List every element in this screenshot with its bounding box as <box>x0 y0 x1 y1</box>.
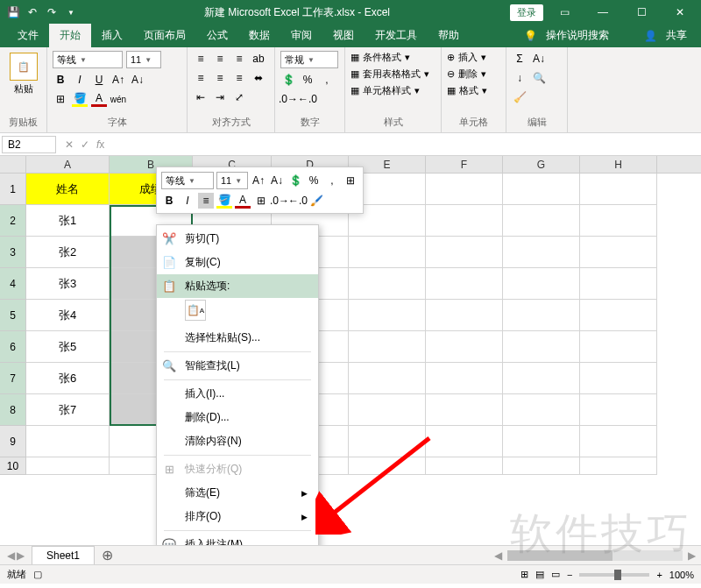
cell[interactable]: 张6 <box>26 363 110 394</box>
cell[interactable] <box>503 237 580 268</box>
col-header-a[interactable]: A <box>26 156 110 173</box>
cell[interactable] <box>426 426 503 457</box>
align-left-icon[interactable]: ≡ <box>193 70 209 86</box>
row-header[interactable]: 10 <box>0 457 26 475</box>
hscroll-right-icon[interactable]: ▶ <box>683 549 701 562</box>
tell-me[interactable]: 操作说明搜索 <box>546 28 609 43</box>
share-button[interactable]: 共享 <box>666 28 687 43</box>
sort-filter-icon[interactable]: A↓ <box>531 51 547 67</box>
cell[interactable] <box>349 331 426 363</box>
font-color-button[interactable]: A <box>91 91 107 107</box>
zoom-level[interactable]: 100% <box>669 570 694 580</box>
row-header[interactable]: 6 <box>0 331 26 363</box>
border-button[interactable]: ⊞ <box>53 91 68 107</box>
find-icon[interactable]: 🔍 <box>531 70 547 86</box>
cell[interactable]: 姓名 <box>26 174 110 205</box>
cell[interactable] <box>580 394 657 426</box>
mini-fill-color-icon[interactable]: 🪣 <box>216 193 232 209</box>
cell[interactable] <box>26 426 110 457</box>
view-page-break-icon[interactable]: ▭ <box>551 569 560 580</box>
align-top-icon[interactable]: ≡ <box>193 51 209 67</box>
cell[interactable] <box>349 300 426 331</box>
zoom-in-icon[interactable]: + <box>656 570 662 580</box>
ribbon-options-icon[interactable]: ▭ <box>547 0 582 25</box>
comma-icon[interactable]: , <box>319 72 335 88</box>
menu-sort[interactable]: 排序(O)▶ <box>157 505 318 528</box>
mini-format-painter-icon[interactable]: 🖌️ <box>308 193 324 209</box>
paste-button[interactable]: 📋 粘贴 <box>5 51 41 97</box>
menu-copy[interactable]: 📄复制(C) <box>157 251 318 274</box>
merge-icon[interactable]: ⬌ <box>251 70 266 86</box>
cell[interactable] <box>580 331 657 363</box>
cell[interactable] <box>349 457 426 475</box>
cell[interactable] <box>580 457 657 475</box>
cell[interactable] <box>503 268 580 300</box>
col-header-g[interactable]: G <box>503 156 580 173</box>
percent-icon[interactable]: % <box>300 72 315 88</box>
sheet-prev-icon[interactable]: ◀ <box>7 549 15 562</box>
tab-layout[interactable]: 页面布局 <box>133 24 196 47</box>
paste-keep-source-icon[interactable]: 📋A <box>185 300 206 321</box>
cell[interactable] <box>349 426 426 457</box>
mini-bold-button[interactable]: B <box>161 193 177 209</box>
macro-record-icon[interactable]: ▢ <box>33 569 42 580</box>
qat-more-icon[interactable]: ▼ <box>65 6 77 18</box>
cell[interactable] <box>349 394 426 426</box>
cell[interactable] <box>580 205 657 237</box>
menu-paste-special[interactable]: 选择性粘贴(S)... <box>157 326 318 350</box>
cell[interactable]: 张2 <box>26 237 110 268</box>
mini-increase-font-icon[interactable]: A↑ <box>251 173 266 188</box>
align-center-icon[interactable]: ≡ <box>212 70 228 86</box>
insert-cells-button[interactable]: ⊕ 插入 ▾ <box>447 51 500 64</box>
col-header-f[interactable]: F <box>426 156 503 173</box>
cell[interactable] <box>580 268 657 300</box>
horizontal-scrollbar[interactable] <box>507 550 683 561</box>
mini-italic-button[interactable]: I <box>180 193 195 209</box>
mini-border-icon[interactable]: ⊞ <box>253 193 269 209</box>
tab-file[interactable]: 文件 <box>7 24 49 47</box>
fill-color-button[interactable]: 🪣 <box>72 91 88 107</box>
share-icon[interactable]: 👤 <box>644 30 657 42</box>
row-header[interactable]: 5 <box>0 300 26 331</box>
row-header[interactable]: 8 <box>0 394 26 426</box>
indent-inc-icon[interactable]: ⇥ <box>212 89 228 105</box>
menu-clear[interactable]: 清除内容(N) <box>157 429 318 453</box>
close-icon[interactable]: ✕ <box>662 0 697 25</box>
view-page-layout-icon[interactable]: ▤ <box>535 569 544 580</box>
mini-percent-icon[interactable]: % <box>306 173 322 188</box>
wrap-text-icon[interactable]: ab <box>251 51 266 67</box>
row-header[interactable]: 1 <box>0 174 26 205</box>
row-header[interactable]: 9 <box>0 426 26 457</box>
tell-me-icon[interactable]: 💡 <box>524 30 537 42</box>
cell[interactable]: 张4 <box>26 300 110 331</box>
align-right-icon[interactable]: ≡ <box>231 70 247 86</box>
mini-decrease-decimal-icon[interactable]: ←.0 <box>290 193 306 209</box>
mini-align-center-icon[interactable]: ≡ <box>198 193 214 209</box>
orientation-icon[interactable]: ⤢ <box>231 89 247 105</box>
tab-data[interactable]: 数据 <box>238 24 280 47</box>
cell[interactable] <box>580 237 657 268</box>
menu-insert[interactable]: 插入(I)... <box>157 382 318 406</box>
cell[interactable] <box>503 205 580 237</box>
row-header[interactable]: 4 <box>0 268 26 300</box>
menu-insert-comment[interactable]: 💬插入批注(M) <box>157 533 318 545</box>
cell[interactable]: 张3 <box>26 268 110 300</box>
mini-size-combo[interactable]: 11▼ <box>216 172 248 189</box>
decrease-decimal-icon[interactable]: ←.0 <box>300 91 315 107</box>
font-name-combo[interactable]: 等线▼ <box>53 51 123 68</box>
delete-cells-button[interactable]: ⊖ 删除 ▾ <box>447 67 500 81</box>
mini-font-combo[interactable]: 等线▼ <box>161 172 214 189</box>
tab-review[interactable]: 审阅 <box>280 24 322 47</box>
phonetic-button[interactable]: wén <box>110 91 126 107</box>
cell[interactable] <box>349 268 426 300</box>
number-format-combo[interactable]: 常规▼ <box>280 51 338 68</box>
clear-icon[interactable]: 🧹 <box>512 89 528 105</box>
cell[interactable] <box>426 457 503 475</box>
view-normal-icon[interactable]: ⊞ <box>520 569 528 580</box>
cell[interactable] <box>503 426 580 457</box>
undo-icon[interactable]: ↶ <box>26 6 39 18</box>
mini-font-color-icon[interactable]: A <box>235 193 251 209</box>
menu-paste-options[interactable]: 📋粘贴选项: <box>157 274 318 298</box>
cell[interactable] <box>503 363 580 394</box>
mini-border-icon[interactable]: ⊞ <box>343 173 358 188</box>
